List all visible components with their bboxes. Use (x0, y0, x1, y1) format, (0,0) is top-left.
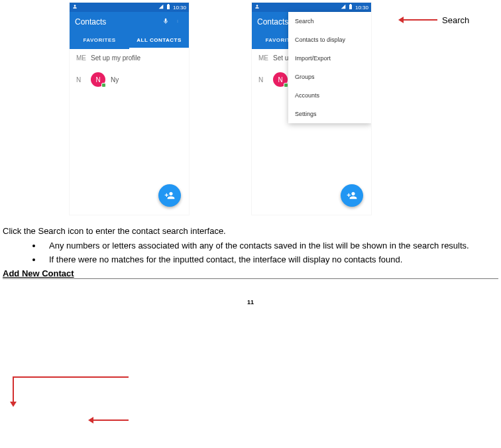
body-text: Click the Search icon to enter the conta… (3, 225, 498, 266)
overflow-menu: Search Contacts to display Import/Export… (288, 12, 371, 123)
avatar: N (91, 72, 105, 87)
svg-point-0 (178, 20, 178, 21)
avatar: N (273, 72, 288, 87)
app-title: Contacts (75, 17, 160, 27)
menu-item-accounts[interactable]: Accounts (288, 86, 371, 105)
paragraph: Click the Search icon to enter the conta… (3, 225, 498, 237)
tabs: FAVORITES ALL CONTACTS (70, 32, 189, 49)
section-letter: N (258, 76, 273, 84)
svg-point-1 (178, 21, 178, 21)
divider (3, 278, 498, 279)
profile-setup-label: Set up my profile (91, 54, 140, 62)
phone-screenshot-contacts: 10:30 Contacts FAVORITES ALL CONTACTS ME… (70, 3, 189, 215)
presence-dot-icon (284, 83, 288, 87)
phone-screenshot-menu: 10:30 Contacts FAVORITES ME Set u N N (252, 3, 371, 215)
annotation-arrowhead-icon (10, 402, 17, 407)
annotation-search: Search (442, 15, 469, 25)
section-letter: ME (258, 54, 273, 62)
menu-item-groups[interactable]: Groups (288, 68, 371, 86)
person-icon (254, 4, 260, 11)
page-number: 11 (0, 299, 501, 306)
battery-icon (166, 4, 170, 11)
profile-setup-label: Set u (273, 54, 288, 62)
status-bar: 10:30 (252, 3, 371, 12)
add-contact-fab[interactable] (341, 184, 363, 207)
presence-dot-icon (101, 83, 106, 87)
person-icon (72, 4, 78, 11)
menu-item-settings[interactable]: Settings (288, 105, 371, 123)
section-letter: N (76, 76, 91, 84)
contact-list: ME Set up my profile N N Ny (70, 49, 189, 92)
add-contact-fab[interactable] (158, 184, 181, 207)
menu-item-search[interactable]: Search (288, 12, 371, 30)
status-time: 10:30 (173, 5, 186, 11)
section-heading: Add New Contact (3, 268, 498, 278)
bullet-item: If there were no matches for the inputte… (42, 254, 498, 266)
section-letter: ME (76, 54, 91, 62)
annotation-arrow-icon (90, 420, 129, 421)
menu-item-import-export[interactable]: Import/Export (288, 49, 371, 68)
list-item[interactable]: N N Ny (70, 67, 189, 92)
overflow-menu-icon[interactable] (172, 17, 184, 27)
screenshots-row: 10:30 Contacts FAVORITES ALL CONTACTS ME… (0, 0, 501, 215)
mic-icon[interactable] (160, 17, 172, 27)
annotation-line-icon (13, 376, 14, 403)
add-person-icon (164, 190, 175, 201)
tab-favorites[interactable]: FAVORITES (70, 32, 129, 49)
list-item[interactable]: ME Set up my profile (70, 49, 189, 67)
annotation-arrow-icon (400, 19, 437, 21)
app-bar: Contacts (70, 12, 189, 32)
battery-icon (349, 4, 353, 11)
bullet-item: Any numbers or letters associated with a… (42, 240, 498, 252)
contact-name: Ny (111, 76, 119, 84)
status-bar: 10:30 (70, 3, 189, 12)
signal-icon (158, 4, 164, 11)
svg-point-2 (178, 21, 178, 22)
annotation-line-icon (13, 376, 129, 378)
add-person-icon (347, 190, 357, 201)
menu-item-contacts-to-display[interactable]: Contacts to display (288, 30, 371, 49)
status-time: 10:30 (355, 5, 368, 11)
signal-icon (341, 4, 346, 11)
tab-all-contacts[interactable]: ALL CONTACTS (129, 32, 189, 49)
